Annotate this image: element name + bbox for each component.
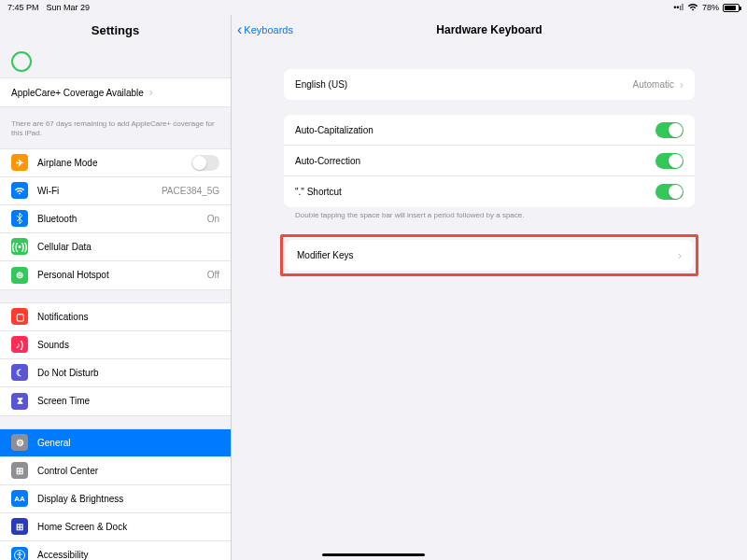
shortcut-note: Double tapping the space bar will insert… bbox=[232, 207, 747, 219]
modifier-keys-label: Modifier Keys bbox=[297, 250, 354, 260]
battery-pct: 78% bbox=[702, 3, 719, 12]
applecare-note: There are 67 days remaining to add Apple… bbox=[0, 119, 231, 148]
chevron-right-icon: › bbox=[678, 249, 682, 262]
autocap-label: Auto-Capitalization bbox=[295, 125, 374, 135]
profile-avatar[interactable] bbox=[11, 51, 32, 72]
airplane-label: Airplane Mode bbox=[37, 158, 97, 168]
detail-header: ‹ Keyboards Hardware Keyboard bbox=[232, 15, 747, 45]
modifier-keys-row[interactable]: Modifier Keys › bbox=[286, 240, 693, 271]
wifi-row[interactable]: Wi-Fi PACE384_5G bbox=[0, 177, 231, 205]
language-label: English (US) bbox=[295, 79, 347, 90]
accessibility-icon bbox=[11, 547, 28, 560]
notifications-row[interactable]: ▢ Notifications bbox=[0, 303, 231, 331]
detail-pane: ‹ Keyboards Hardware Keyboard English (U… bbox=[232, 15, 747, 560]
notifications-label: Notifications bbox=[37, 312, 88, 322]
autocap-toggle[interactable] bbox=[655, 122, 684, 138]
svg-point-1 bbox=[19, 552, 21, 553]
sounds-label: Sounds bbox=[37, 340, 69, 350]
language-value: Automatic bbox=[633, 79, 674, 90]
bluetooth-row[interactable]: Bluetooth On bbox=[0, 205, 231, 233]
cellular-row[interactable]: ((•)) Cellular Data bbox=[0, 233, 231, 261]
cellular-icon: ((•)) bbox=[11, 238, 28, 255]
applecare-row[interactable]: AppleCare+ Coverage Available › bbox=[0, 78, 231, 106]
sounds-icon: ♪) bbox=[11, 336, 28, 353]
back-button[interactable]: ‹ Keyboards bbox=[237, 21, 293, 38]
sidebar-title: Settings bbox=[0, 15, 231, 46]
autocor-label: Auto-Correction bbox=[295, 156, 360, 166]
chevron-left-icon: ‹ bbox=[237, 21, 242, 38]
autocor-row[interactable]: Auto-Correction bbox=[284, 146, 695, 176]
wifi-value: PACE384_5G bbox=[162, 186, 219, 196]
airplane-mode-row[interactable]: ✈ Airplane Mode bbox=[0, 149, 231, 177]
sounds-row[interactable]: ♪) Sounds bbox=[0, 331, 231, 359]
control-center-icon: ⊞ bbox=[11, 462, 28, 479]
homescreen-label: Home Screen & Dock bbox=[37, 522, 127, 532]
dnd-label: Do Not Disturb bbox=[37, 368, 99, 378]
accessibility-row[interactable]: Accessibility bbox=[0, 541, 231, 560]
hotspot-label: Personal Hotspot bbox=[37, 270, 109, 280]
wifi-icon bbox=[687, 3, 698, 13]
shortcut-label: "." Shortcut bbox=[295, 187, 342, 197]
notifications-icon: ▢ bbox=[11, 308, 28, 325]
shortcut-row[interactable]: "." Shortcut bbox=[284, 176, 695, 207]
status-date: Sun Mar 29 bbox=[47, 3, 91, 12]
settings-sidebar: Settings AppleCare+ Coverage Available ›… bbox=[0, 15, 232, 560]
dnd-row[interactable]: ☾ Do Not Disturb bbox=[0, 359, 231, 387]
airplane-icon: ✈ bbox=[11, 154, 28, 171]
homescreen-icon: ⊞ bbox=[11, 518, 28, 535]
hotspot-icon: ⊚ bbox=[11, 267, 28, 284]
control-center-row[interactable]: ⊞ Control Center bbox=[0, 457, 231, 485]
cellular-label: Cellular Data bbox=[37, 242, 92, 252]
bluetooth-value: On bbox=[207, 214, 219, 224]
accessibility-label: Accessibility bbox=[37, 550, 88, 560]
language-row[interactable]: English (US) Automatic › bbox=[284, 69, 695, 100]
bluetooth-label: Bluetooth bbox=[37, 214, 77, 224]
hotspot-row[interactable]: ⊚ Personal Hotspot Off bbox=[0, 261, 231, 289]
wifi-settings-icon bbox=[11, 182, 28, 199]
display-label: Display & Brightness bbox=[37, 494, 123, 504]
status-bar: 7:45 PM Sun Mar 29 ••ıl 78% bbox=[0, 0, 747, 15]
autocap-row[interactable]: Auto-Capitalization bbox=[284, 115, 695, 146]
autocor-toggle[interactable] bbox=[655, 153, 684, 169]
gear-icon: ⚙ bbox=[11, 434, 28, 451]
battery-icon bbox=[723, 4, 740, 12]
cell-signal-icon: ••ıl bbox=[673, 3, 684, 12]
home-indicator[interactable] bbox=[322, 553, 425, 556]
highlight-box: Modifier Keys › bbox=[280, 234, 698, 276]
hourglass-icon: ⧗ bbox=[11, 393, 28, 410]
display-icon: AA bbox=[11, 490, 28, 507]
general-label: General bbox=[37, 438, 71, 448]
homescreen-row[interactable]: ⊞ Home Screen & Dock bbox=[0, 513, 231, 541]
control-center-label: Control Center bbox=[37, 466, 98, 476]
shortcut-toggle[interactable] bbox=[655, 184, 684, 200]
general-row[interactable]: ⚙ General bbox=[0, 429, 231, 457]
wifi-label: Wi-Fi bbox=[37, 186, 59, 196]
status-time: 7:45 PM bbox=[7, 3, 39, 12]
bluetooth-icon bbox=[11, 210, 28, 227]
screentime-row[interactable]: ⧗ Screen Time bbox=[0, 387, 231, 415]
screentime-label: Screen Time bbox=[37, 396, 90, 406]
chevron-right-icon: › bbox=[149, 86, 153, 99]
applecare-label: AppleCare+ Coverage Available bbox=[11, 88, 144, 98]
display-row[interactable]: AA Display & Brightness bbox=[0, 485, 231, 513]
chevron-right-icon: › bbox=[680, 78, 684, 91]
hotspot-value: Off bbox=[207, 270, 219, 280]
detail-title: Hardware Keyboard bbox=[436, 23, 542, 36]
back-label: Keyboards bbox=[244, 24, 293, 35]
airplane-toggle[interactable] bbox=[191, 155, 219, 171]
moon-icon: ☾ bbox=[11, 364, 28, 381]
